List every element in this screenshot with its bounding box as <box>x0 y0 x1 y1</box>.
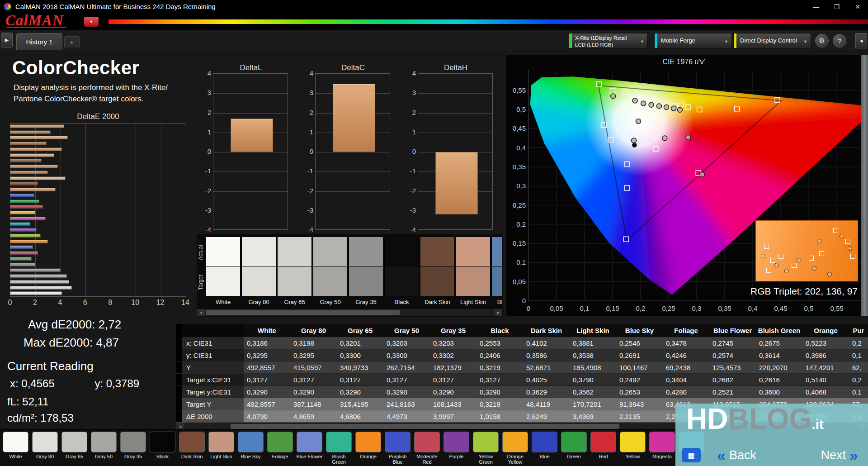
scroll-left-icon[interactable]: ◄ <box>197 309 205 316</box>
color-patch-red[interactable]: Red <box>590 432 617 459</box>
color-patch-orange-yellow[interactable]: Orange Yellow <box>501 432 529 465</box>
svg-text:0,45: 0,45 <box>513 124 526 132</box>
minimize-button[interactable]: — <box>806 0 826 13</box>
table-cell: 0,1 <box>849 349 868 361</box>
color-patch-green[interactable]: Green <box>560 432 588 459</box>
swatch-tile: Black <box>384 237 419 314</box>
hdblog-nav: ▦ « Back Next » <box>675 447 868 463</box>
table-header-cell: Orange <box>802 324 849 337</box>
chevron-left-icon[interactable]: « <box>717 448 726 462</box>
row-label-cell: Target x:CIE31 <box>176 374 244 385</box>
gridline <box>213 171 288 172</box>
strip-scrollbar[interactable]: ◄ ► <box>197 309 503 316</box>
help-button[interactable]: ? <box>833 34 846 48</box>
table-cell: 69,2438 <box>663 361 709 373</box>
color-patch-blue-flower[interactable]: Blue Flower <box>296 432 323 459</box>
table-cell: 182,1379 <box>430 361 476 373</box>
target-row-label: Target <box>198 267 205 297</box>
gridline <box>316 211 390 211</box>
table-cell: 262,7154 <box>383 361 430 373</box>
back-button[interactable]: Back <box>729 448 756 462</box>
gridline <box>213 191 288 192</box>
x-tick-label: 12 <box>156 299 165 307</box>
gridline <box>213 113 288 114</box>
collapse-panel-button[interactable]: ◄ <box>855 33 867 48</box>
current-reading-label: Current Reading <box>7 359 94 373</box>
table-cell: 0,2521 <box>709 386 756 398</box>
tab-history-1[interactable]: History 1 <box>16 33 62 50</box>
color-patch-black[interactable]: Black <box>149 432 176 459</box>
scroll-right-icon[interactable]: ► <box>495 309 502 316</box>
display-label: Direct Display Control <box>734 33 811 48</box>
deltae-bar <box>10 205 43 209</box>
color-patch-blue[interactable]: Blue <box>531 432 558 459</box>
color-patch-light-skin[interactable]: Light Skin <box>208 432 235 459</box>
table-cell: 0,3295 <box>290 349 337 361</box>
x-tick-label: 14 <box>181 299 189 307</box>
maximize-button[interactable]: ❐ <box>826 0 847 13</box>
inset-target-square <box>850 254 855 259</box>
strip-scroll-thumb[interactable] <box>206 310 400 315</box>
table-cell: 4,4973 <box>383 410 430 422</box>
swatch-label: Black <box>384 299 419 305</box>
next-button[interactable]: Next <box>821 448 846 462</box>
close-button[interactable]: ✕ <box>847 0 868 13</box>
svg-text:0,05: 0,05 <box>550 304 563 312</box>
color-patch-yellow-green[interactable]: Yellow Green <box>472 432 500 465</box>
table-cell: 0,5223 <box>802 337 849 349</box>
color-patch-magenta[interactable]: Magenta <box>648 432 676 459</box>
color-patch-blue-sky[interactable]: Blue Sky <box>237 432 264 459</box>
add-tab-button[interactable]: + <box>64 36 80 48</box>
color-patch-bluish-green[interactable]: Bluish Green <box>325 432 353 465</box>
chevron-right-icon[interactable]: » <box>849 448 858 462</box>
table-cell: 2,2135 <box>616 410 663 422</box>
table-cell: 0,3302 <box>430 349 476 361</box>
y-tick-label: 2 <box>302 109 313 116</box>
meter-dropdown[interactable]: X-Rite i1Display Retail LCD (LED RGB) ▼ <box>569 33 648 48</box>
table-cell: 0,3881 <box>570 337 616 349</box>
table-cell: 0,3290 <box>290 386 337 398</box>
table-cell: 0,1 <box>849 386 868 398</box>
settings-button[interactable]: ⚙ <box>815 34 829 48</box>
table-cell: 0,5140 <box>802 374 849 385</box>
color-patch-gray-50[interactable]: Gray 50 <box>90 432 118 459</box>
hdblog-blog: BLOG <box>728 403 811 435</box>
gear-icon: ⚙ <box>819 37 825 45</box>
svg-text:0,55: 0,55 <box>513 86 526 94</box>
table-cell: 492,8557 <box>244 398 290 410</box>
color-patch-purplish-blue[interactable]: Purplish Blue <box>384 432 411 465</box>
color-patch-foliage[interactable]: Foliage <box>266 432 294 459</box>
color-patch-gray-35[interactable]: Gray 35 <box>119 432 147 459</box>
table-cell: 0,3198 <box>290 337 337 349</box>
table-scroll-thumb[interactable] <box>231 424 619 429</box>
y-tick-label: -2 <box>404 187 416 195</box>
color-patch-label: White <box>2 454 29 459</box>
color-patch-moderate-red[interactable]: Moderate Red <box>413 432 441 465</box>
color-patch-yellow[interactable]: Yellow <box>619 432 646 459</box>
table-header-cell: Gray 65 <box>337 324 383 337</box>
gallery-icon[interactable]: ▦ <box>682 448 701 462</box>
table-cell: 52,6871 <box>523 361 570 373</box>
scroll-left-icon[interactable]: ◄ <box>176 423 184 430</box>
pattern-source-dropdown[interactable]: Mobile Forge ▼ <box>654 33 732 48</box>
color-patch-orange[interactable]: Orange <box>354 432 382 459</box>
y-tick-label: 0 <box>404 147 416 155</box>
display-control-dropdown[interactable]: Direct Display Control ▼ <box>733 33 811 48</box>
table-cell: 3,9997 <box>430 410 476 422</box>
table-cell: 0,3127 <box>476 374 523 385</box>
table-cell: 0,3614 <box>756 349 802 361</box>
swatch-label: Gray 35 <box>349 299 383 305</box>
color-patch-gray-65[interactable]: Gray 65 <box>61 432 88 459</box>
color-patch-purple[interactable]: Purple <box>443 432 470 459</box>
y-tick-label: -4 <box>302 226 313 233</box>
layout-flyout-button[interactable]: ▶ <box>1 33 13 48</box>
hdblog-watermark: HDBLOG.it ▦ « Back Next » <box>675 404 868 466</box>
color-patch-gray-80[interactable]: Gray 80 <box>31 432 59 459</box>
color-patch-dark-skin[interactable]: Dark Skin <box>178 432 206 459</box>
color-patch-label: Moderate Red <box>413 454 441 465</box>
logo-dropdown-button[interactable]: ▼ <box>84 17 99 27</box>
table-cell: 0,3290 <box>244 386 290 398</box>
color-patch-white[interactable]: White <box>2 432 29 459</box>
color-swatch <box>590 432 616 452</box>
vertical-splitter[interactable] <box>861 55 868 316</box>
